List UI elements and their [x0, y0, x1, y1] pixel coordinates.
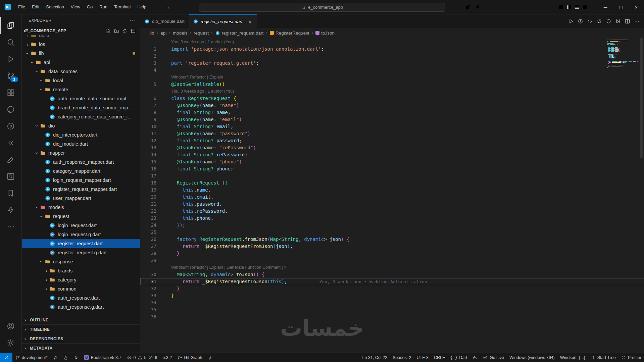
language-mode-status[interactable]: { }Dart — [448, 353, 470, 362]
new-folder-icon[interactable] — [113, 28, 119, 34]
breadcrumb-item[interactable]: register_request.dart — [215, 31, 264, 36]
activitybar-explorer[interactable] — [0, 17, 21, 34]
start-tree-status[interactable]: Start Tree — [588, 353, 618, 362]
beaker-status[interactable] — [60, 353, 71, 362]
dart-version-status[interactable]: 5.3.2 — [160, 353, 175, 362]
more-actions-icon[interactable] — [633, 17, 641, 25]
views-more-icon[interactable]: ⋯ — [130, 17, 135, 24]
tree-item[interactable]: ›data_sources — [22, 67, 140, 76]
command-center-search[interactable]: e_commerce_app — [199, 3, 445, 12]
git-graph-status[interactable]: Git Graph — [175, 353, 205, 362]
tree-item[interactable]: ›common — [22, 284, 140, 293]
activitybar-search-editor[interactable] — [0, 168, 21, 185]
activitybar-source-control[interactable]: 3 — [0, 67, 21, 84]
vertical-scrollbar[interactable] — [640, 38, 643, 158]
activitybar-more[interactable] — [0, 218, 21, 235]
tree-item[interactable]: ›api — [22, 58, 140, 67]
maximize-button[interactable]: □ — [613, 0, 629, 14]
activitybar-test-explorer[interactable] — [0, 118, 21, 135]
menu-run[interactable]: Run — [96, 0, 111, 14]
record-icon[interactable] — [604, 17, 612, 25]
activitybar-search[interactable] — [0, 34, 21, 51]
back-button[interactable]: ← — [154, 4, 160, 10]
activitybar-references[interactable] — [0, 135, 21, 151]
breadcrumb-item[interactable]: request — [194, 31, 209, 36]
blame-line[interactable]: You, 3 weeks ago | 1 author (You) — [140, 88, 644, 95]
menu-view[interactable]: View — [67, 0, 84, 14]
breadcrumb-item[interactable]: toJson — [315, 31, 335, 36]
breadcrumb-item[interactable]: models — [173, 31, 188, 36]
close-icon[interactable]: × — [247, 18, 253, 24]
sidebar-section-dependencies[interactable]: ›DEPENDENCIES — [22, 334, 140, 343]
zap-status[interactable] — [205, 353, 215, 362]
project-root-row[interactable]: › E_COMMERCE_APP — [22, 27, 140, 35]
platform-status[interactable]: Windows (windows-x64) — [507, 353, 557, 362]
rocket-status[interactable] — [71, 353, 81, 362]
sidebar-section-metadata[interactable]: ›METADATA — [22, 343, 140, 353]
tree-item[interactable]: ›category — [22, 275, 140, 284]
tab-register_request-dart[interactable]: register_request.dart× — [189, 14, 257, 28]
activitybar-settings[interactable] — [0, 334, 21, 351]
sidebar-section-outline[interactable]: ›OUTLINE — [22, 315, 140, 324]
forward-button[interactable]: → — [165, 4, 170, 10]
activitybar-github[interactable] — [0, 101, 21, 118]
tree-item[interactable]: ›request — [22, 212, 140, 221]
prettier-status[interactable]: Prettier — [618, 353, 644, 362]
codelens-line[interactable]: Windsurf: Refactor | Explain — [140, 74, 644, 81]
codelens-line[interactable]: Windsurf: Refactor | Explain | Generate … — [140, 264, 644, 271]
tree-item[interactable]: auth_response.dart — [22, 293, 140, 302]
toggle-sidebar-left-icon[interactable] — [565, 3, 573, 11]
tree-item[interactable]: register_request_mapper.dart — [22, 185, 140, 194]
refresh-icon[interactable] — [122, 28, 128, 34]
menu-edit[interactable]: Edit — [29, 0, 43, 14]
tree-item[interactable]: login_request.g.dart — [22, 230, 140, 239]
breadcrumb-item[interactable]: api — [160, 31, 166, 36]
blame-line[interactable]: You, 3 weeks ago | 1 author (You) — [140, 39, 644, 46]
tree-item[interactable]: auth_response.g.dart — [22, 302, 140, 311]
tree-item[interactable]: ›models — [22, 203, 140, 212]
sync-status[interactable] — [50, 353, 60, 362]
split-editor-icon[interactable] — [623, 17, 631, 25]
git-branch-status[interactable]: development* — [12, 353, 50, 362]
menu-selection[interactable]: Selection — [43, 0, 67, 14]
cursor-position-status[interactable]: Ln 31, Col 22 — [360, 353, 390, 362]
sidebar-section-timeline[interactable]: ›TIMELINE — [22, 324, 140, 334]
open-external-icon[interactable] — [463, 3, 472, 11]
activitybar-edit-session[interactable] — [0, 151, 21, 168]
minimize-button[interactable]: ─ — [598, 0, 613, 14]
collapse-all-icon[interactable] — [130, 28, 136, 34]
docker-status[interactable] — [470, 353, 480, 362]
tree-item[interactable]: ›build — [22, 35, 140, 40]
tree-item[interactable]: ›ios — [22, 40, 140, 49]
tree-item[interactable]: user_mapper.dart — [22, 194, 140, 203]
activitybar-bookmarks[interactable] — [0, 185, 21, 202]
indentation-status[interactable]: Spaces: 2 — [390, 353, 414, 362]
tree-item[interactable]: auth_remote_data_source_impl.... — [22, 94, 140, 103]
tree-item[interactable]: ›dio — [22, 121, 140, 130]
close-button[interactable]: × — [629, 0, 644, 14]
eol-status[interactable]: CRLF — [431, 353, 448, 362]
remote-indicator-status[interactable] — [0, 353, 12, 362]
tree-item[interactable]: ›response — [22, 257, 140, 266]
breadcrumb-item[interactable]: lib — [150, 31, 154, 36]
refresh-icon[interactable] — [595, 17, 603, 25]
activitybar-account[interactable] — [0, 318, 21, 334]
run-all-icon[interactable] — [614, 17, 622, 25]
tree-item[interactable]: login_request.dart — [22, 221, 140, 230]
activitybar-power[interactable] — [0, 202, 21, 218]
breadcrumb-item[interactable]: RegisterRequest — [270, 31, 309, 36]
tree-item[interactable]: auth_response_mapper.dart — [22, 157, 140, 166]
tab-dio_module-dart[interactable]: dio_module.dart — [140, 14, 189, 28]
tree-item[interactable]: dio_interceptors.dart — [22, 130, 140, 139]
customize-layout-icon[interactable] — [557, 3, 565, 11]
minimap[interactable] — [607, 40, 638, 71]
new-file-icon[interactable] — [105, 28, 111, 34]
code-editor[interactable]: You, 3 weeks ago | 1 author (You)1import… — [140, 38, 644, 353]
tree-item[interactable]: register_request.dart — [22, 239, 140, 248]
menu-help[interactable]: Help — [134, 0, 150, 14]
tree-item[interactable]: brand_remote_data_source_imp... — [22, 103, 140, 112]
tree-item[interactable]: ›brands — [22, 266, 140, 275]
code-refs-icon[interactable] — [586, 17, 594, 25]
menu-go[interactable]: Go — [84, 0, 96, 14]
encoding-status[interactable]: UTF-8 — [414, 353, 431, 362]
